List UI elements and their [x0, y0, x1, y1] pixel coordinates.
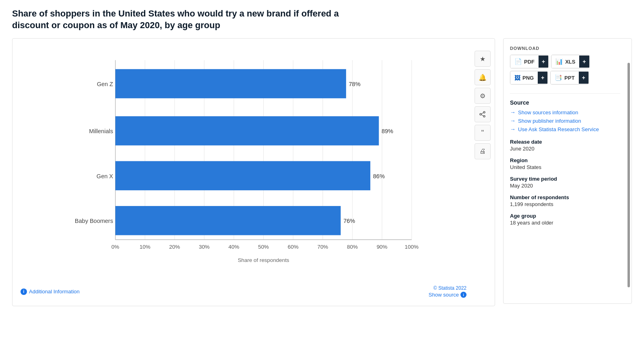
ppt-download-btn[interactable]: 📑 PPT + — [550, 71, 588, 84]
meta-respondents: Number of respondents 1,199 respondents — [510, 194, 620, 207]
right-panel-inner: DOWNLOAD 📄 PDF + — [510, 46, 625, 226]
chart-title: Share of shoppers in the United States w… — [12, 8, 374, 31]
meta-region: Region United States — [510, 157, 620, 170]
bar-millenials — [116, 116, 379, 146]
xls-icon: 📊 — [555, 58, 563, 65]
svg-text:20%: 20% — [169, 244, 180, 250]
star-icon-btn[interactable]: ★ — [475, 51, 491, 67]
svg-text:Gen X: Gen X — [97, 173, 113, 179]
bar-gen-x — [116, 161, 371, 191]
svg-text:Millenials: Millenials — [89, 128, 113, 134]
info-circle-icon: i — [460, 292, 466, 298]
chart-footer: i Additional Information © Statista 2022… — [21, 285, 491, 298]
download-label: DOWNLOAD — [510, 46, 620, 51]
svg-text:86%: 86% — [373, 173, 385, 179]
statista-credit: © Statista 2022 Show source i — [429, 285, 466, 298]
arrow-icon-2: → — [510, 117, 516, 124]
quote-icon-btn[interactable]: " — [475, 125, 491, 141]
svg-text:76%: 76% — [343, 218, 355, 225]
ppt-icon: 📑 — [555, 74, 562, 81]
svg-text:0%: 0% — [111, 244, 119, 250]
svg-text:70%: 70% — [317, 244, 328, 250]
chart-sidebar-icons: ★ 🔔 ⚙ " 🖨 — [471, 47, 491, 281]
chart-area: 0% 10% 20% 30% 40% 50% 60% 70% 80% 90% 1… — [21, 47, 491, 281]
meta-age-group-key: Age group — [510, 213, 620, 219]
pdf-label: PDF — [524, 59, 535, 65]
download-buttons: 📄 PDF + 📊 XLS + — [510, 55, 620, 84]
svg-text:89%: 89% — [382, 128, 393, 134]
png-icon: 🖼 — [514, 74, 520, 81]
svg-point-33 — [483, 111, 485, 113]
chart-panel: 0% 10% 20% 30% 40% 50% 60% 70% 80% 90% 1… — [12, 38, 495, 306]
svg-text:80%: 80% — [347, 244, 358, 250]
chart-main: 0% 10% 20% 30% 40% 50% 60% 70% 80% 90% 1… — [21, 47, 471, 281]
meta-release-date-val: June 2020 — [510, 146, 620, 152]
svg-text:90%: 90% — [377, 244, 388, 250]
show-publisher-text: Show publisher information — [518, 118, 581, 124]
show-source-link[interactable]: Show source i — [429, 292, 466, 298]
ppt-label: PPT — [564, 75, 574, 81]
download-section: DOWNLOAD 📄 PDF + — [510, 46, 620, 84]
bar-gen-z — [116, 69, 346, 99]
gear-icon-btn[interactable]: ⚙ — [475, 88, 491, 104]
bar-baby-boomers — [116, 206, 341, 235]
meta-respondents-val: 1,199 respondents — [510, 201, 620, 207]
svg-text:78%: 78% — [349, 81, 361, 87]
svg-text:Baby Boomers: Baby Boomers — [75, 218, 113, 225]
ask-statista-link[interactable]: → Use Ask Statista Research Service — [510, 126, 620, 132]
svg-text:Share of respondents: Share of respondents — [238, 258, 289, 264]
copyright-text: © Statista 2022 — [429, 285, 466, 291]
meta-age-group-val: 18 years and older — [510, 220, 620, 226]
meta-survey-period: Survey time period May 2020 — [510, 176, 620, 189]
svg-text:100%: 100% — [405, 244, 419, 250]
ask-statista-text: Use Ask Statista Research Service — [518, 126, 599, 132]
svg-text:30%: 30% — [199, 244, 210, 250]
info-icon: i — [21, 289, 27, 295]
pdf-download-btn[interactable]: 📄 PDF + — [510, 55, 549, 68]
source-section: Source → Show sources information → Show… — [510, 99, 620, 132]
meta-survey-period-val: May 2020 — [510, 183, 620, 189]
pdf-plus[interactable]: + — [539, 56, 548, 68]
svg-text:50%: 50% — [258, 244, 269, 250]
xls-label: XLS — [565, 59, 575, 65]
right-panel: DOWNLOAD 📄 PDF + — [503, 38, 632, 304]
svg-line-37 — [481, 115, 483, 116]
show-sources-text: Show sources information — [518, 109, 578, 115]
share-icon-btn[interactable] — [475, 106, 491, 122]
additional-info-btn[interactable]: i Additional Information — [21, 289, 80, 295]
svg-text:60%: 60% — [288, 244, 299, 250]
ppt-plus[interactable]: + — [579, 72, 588, 84]
meta-release-date-key: Release date — [510, 139, 620, 145]
content-row: 0% 10% 20% 30% 40% 50% 60% 70% 80% 90% 1… — [12, 38, 632, 306]
xls-plus[interactable]: + — [579, 56, 589, 68]
pdf-icon: 📄 — [514, 58, 522, 65]
xls-download-btn[interactable]: 📊 XLS + — [551, 55, 589, 68]
meta-region-val: United States — [510, 164, 620, 170]
svg-point-34 — [480, 113, 481, 115]
arrow-icon-3: → — [510, 126, 516, 132]
metadata-section: Release date June 2020 Region United Sta… — [510, 139, 620, 226]
meta-survey-period-key: Survey time period — [510, 176, 620, 182]
png-plus[interactable]: + — [538, 72, 547, 84]
divider-1 — [510, 93, 620, 94]
png-label: PNG — [522, 75, 534, 81]
meta-release-date: Release date June 2020 — [510, 139, 620, 152]
bell-icon-btn[interactable]: 🔔 — [475, 69, 491, 85]
source-title: Source — [510, 99, 620, 106]
show-publisher-link[interactable]: → Show publisher information — [510, 117, 620, 124]
svg-text:10%: 10% — [140, 244, 151, 250]
additional-info-label: Additional Information — [29, 289, 80, 295]
page-wrapper: Share of shoppers in the United States w… — [0, 0, 644, 338]
meta-age-group: Age group 18 years and older — [510, 213, 620, 226]
svg-text:Gen Z: Gen Z — [97, 81, 113, 87]
show-sources-link[interactable]: → Show sources information — [510, 109, 620, 115]
print-icon-btn[interactable]: 🖨 — [475, 143, 491, 159]
svg-line-36 — [481, 113, 483, 114]
bar-chart-svg: 0% 10% 20% 30% 40% 50% 60% 70% 80% 90% 1… — [21, 47, 471, 280]
arrow-icon-1: → — [510, 109, 516, 115]
meta-region-key: Region — [510, 157, 620, 163]
svg-point-35 — [483, 115, 485, 117]
meta-respondents-key: Number of respondents — [510, 194, 620, 200]
png-download-btn[interactable]: 🖼 PNG + — [510, 71, 548, 84]
svg-text:40%: 40% — [229, 244, 239, 250]
